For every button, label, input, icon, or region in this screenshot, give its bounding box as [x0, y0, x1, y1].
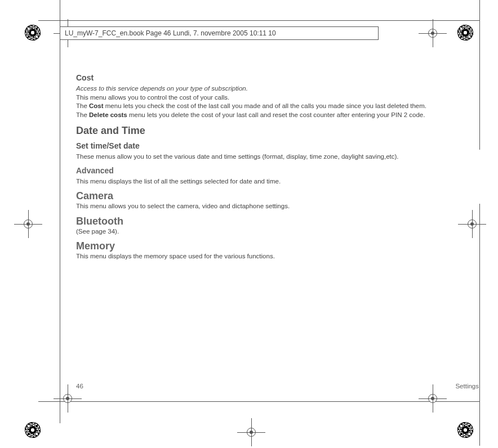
deletecosts-bold: Delete costs	[89, 111, 127, 118]
subheading-settime: Set time/Set date	[76, 141, 479, 150]
crop-target-3	[24, 219, 33, 229]
subheading-advanced: Advanced	[76, 166, 479, 175]
page-content: Cost Access to this service depends on y…	[76, 73, 479, 261]
heading-bluetooth: Bluetooth	[76, 216, 479, 227]
text: The	[76, 111, 89, 118]
page-header-info: LU_myW-7_FCC_en.book Page 46 Lundi, 7. n…	[60, 26, 379, 40]
page-footer: 46 Settings	[76, 383, 479, 389]
heading-camera: Camera	[76, 190, 479, 202]
registration-star-tl	[25, 25, 41, 41]
trim-line-right2	[479, 204, 480, 446]
page-number: 46	[76, 383, 83, 389]
heading-memory: Memory	[76, 240, 479, 252]
heading-cost: Cost	[76, 73, 479, 82]
bluetooth-body: (See page 34).	[76, 227, 479, 236]
cost-bold: Cost	[89, 102, 104, 109]
crop-target-7	[428, 394, 437, 403]
trim-line-top	[38, 20, 479, 21]
text: menu lets you delete the cost of your la…	[127, 111, 425, 118]
memory-body: This menu displays the memory space used…	[76, 252, 479, 261]
cost-body-3: The Delete costs menu lets you delete th…	[76, 111, 479, 120]
settime-body: These menus allow you to set the various…	[76, 153, 479, 162]
camera-body: This menu allows you to select the camer…	[76, 202, 479, 211]
registration-star-br	[457, 422, 473, 438]
advanced-body: This menu displays the list of all the s…	[76, 177, 479, 186]
text: The	[76, 102, 89, 109]
trim-line-bottom	[38, 401, 479, 402]
cost-body-2: The Cost menu lets you check the cost of…	[76, 102, 479, 111]
trim-line-right	[479, 0, 480, 150]
registration-star-tr	[457, 25, 473, 41]
text: menu lets you check the cost of the last…	[104, 102, 426, 109]
crop-target-6	[247, 428, 256, 437]
crop-target-5	[63, 394, 72, 403]
section-name: Settings	[455, 383, 479, 389]
registration-star-bl	[25, 422, 41, 438]
trim-line-left	[60, 0, 60, 423]
cost-note: Access to this service depends on your t…	[76, 84, 479, 93]
crop-target-2	[428, 29, 437, 38]
heading-datetime: Date and Time	[76, 125, 479, 137]
cost-body-1: This menu allows you to control the cost…	[76, 93, 479, 102]
